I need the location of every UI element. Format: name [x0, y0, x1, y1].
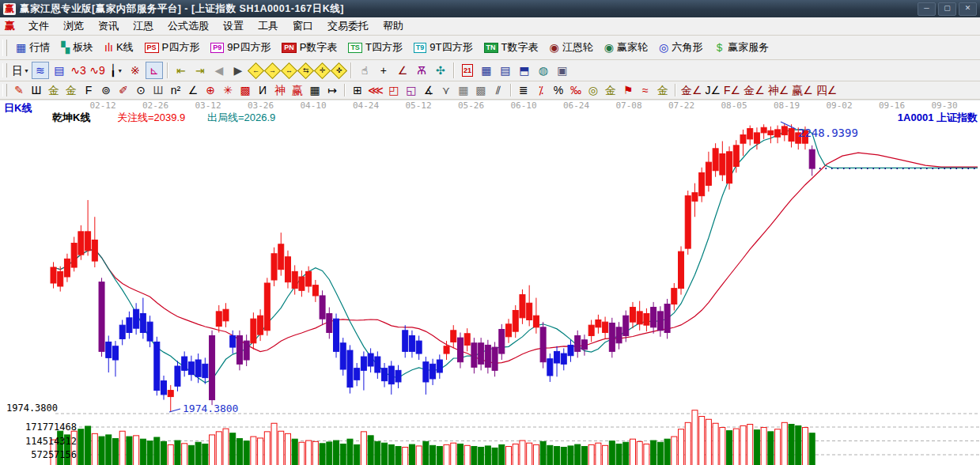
maximize-button[interactable]: ▢: [938, 2, 956, 16]
service-button[interactable]: ＄赢家服务: [708, 38, 774, 57]
p-table-button[interactable]: PNP数字表: [276, 38, 342, 57]
win-ruler-button[interactable]: 赢: [289, 83, 305, 98]
square-ruler-button[interactable]: n²: [168, 83, 184, 98]
gann-wheel-button[interactable]: ◉江恩轮: [543, 38, 598, 57]
fan-lines-button[interactable]: ⋘: [367, 83, 384, 98]
time-clock-button[interactable]: ⊙: [133, 83, 149, 98]
chart-canvas[interactable]: 2248.93991974.38001974.38001717714681145…: [0, 111, 980, 465]
scroll-left-button[interactable]: ←: [248, 62, 264, 78]
scroll-right-button[interactable]: →: [264, 62, 281, 78]
purple-fan-box-button[interactable]: ◱: [403, 83, 419, 98]
gold-circle-button[interactable]: ◎: [585, 83, 601, 98]
trend-angles-button[interactable]: ∡: [421, 83, 437, 98]
spiral-button[interactable]: ⊚: [98, 83, 114, 98]
plain-ruler-button[interactable]: Ш: [150, 83, 166, 98]
volume-histogram-button[interactable]: ⊾: [146, 62, 163, 79]
draw-brush-button[interactable]: ✎: [11, 83, 27, 98]
period-day-button[interactable]: 日▼: [11, 62, 30, 79]
gold-ruler-2-button[interactable]: 金: [63, 83, 79, 98]
shen-ruler-button[interactable]: 神: [272, 83, 288, 98]
gann-band-button[interactable]: Ѫ: [413, 62, 430, 79]
gold-level-button[interactable]: 金: [603, 83, 619, 98]
f-angle-button[interactable]: F∠: [723, 83, 741, 98]
menu-item-6[interactable]: 工具: [251, 18, 286, 33]
span-arrow-button[interactable]: ↦: [324, 83, 340, 98]
parallel-lines-button[interactable]: ⫽: [490, 83, 506, 98]
sectors-button[interactable]: ▚板块: [55, 38, 99, 57]
close-button[interactable]: ✕: [959, 2, 977, 16]
p-square-button[interactable]: PSP四方形: [139, 38, 206, 57]
red-grid-box-button[interactable]: ▩: [237, 83, 253, 98]
measure-brush-button[interactable]: ✐: [115, 83, 131, 98]
percent-line-button[interactable]: ⁒: [533, 83, 549, 98]
notes-button[interactable]: ▤: [497, 62, 514, 79]
time-ruler-button[interactable]: Ш: [28, 83, 44, 98]
hexagon-button[interactable]: ◎六角形: [653, 38, 708, 57]
gold-angle-button[interactable]: 金∠: [680, 83, 703, 98]
minimize-button[interactable]: ─: [918, 2, 936, 16]
candle-style-button[interactable]: ╽▼: [108, 62, 125, 79]
menu-item-4[interactable]: 公式选股: [161, 18, 216, 33]
gold-level-2-button[interactable]: 金: [655, 83, 671, 98]
j-angle-button[interactable]: J∠: [704, 83, 721, 98]
bars-tool-button[interactable]: ≣: [516, 83, 532, 98]
wave-overlay-button[interactable]: ≋: [32, 62, 49, 79]
zoom-out-button[interactable]: ⇆: [297, 62, 314, 78]
pattern-button[interactable]: ※: [127, 62, 144, 79]
hand-tool-button[interactable]: ☝: [356, 62, 373, 79]
calendar-button[interactable]: 21: [459, 62, 476, 79]
fan-box-button[interactable]: ◰: [386, 83, 402, 98]
save-button[interactable]: ⬒: [516, 62, 533, 79]
crosshair-tool-button[interactable]: +: [375, 62, 392, 79]
menu-item-1[interactable]: 浏览: [56, 18, 91, 33]
menu-item-8[interactable]: 交易委托: [320, 18, 376, 33]
gold-angle-2-button[interactable]: 金∠: [743, 83, 766, 98]
grid-123-button[interactable]: ▦: [307, 83, 323, 98]
jump-first-button[interactable]: ⇤: [172, 62, 190, 79]
percent-button[interactable]: %: [551, 83, 566, 98]
zoom-fit-button[interactable]: ✜: [331, 62, 347, 78]
menu-item-9[interactable]: 帮助: [376, 18, 411, 33]
menu-item-7[interactable]: 窗口: [286, 18, 320, 33]
wave-3-button[interactable]: ∿3: [70, 62, 87, 79]
winner-wheel-button[interactable]: ◉赢家轮: [599, 38, 653, 57]
jump-last-button[interactable]: ⇥: [191, 62, 209, 79]
four-angle-button[interactable]: 四∠: [815, 83, 838, 98]
grid-frame-button[interactable]: ▩: [473, 83, 489, 98]
flag-measure-button[interactable]: ⚑: [620, 83, 636, 98]
page-next-button[interactable]: ▶: [229, 62, 247, 79]
pattern-map-button[interactable]: ✣: [432, 62, 449, 79]
calculator-button[interactable]: ▦: [478, 62, 495, 79]
page-prev-button[interactable]: ◀: [210, 62, 228, 79]
menu-item-5[interactable]: 设置: [216, 18, 251, 33]
v-lines-button[interactable]: ⋎: [438, 83, 454, 98]
red-circle-cross-button[interactable]: ⊕: [202, 83, 218, 98]
k-mark-button[interactable]: И: [255, 83, 271, 98]
angle-measure-button[interactable]: ∠: [394, 62, 411, 79]
remote-pc-button[interactable]: ▣: [554, 62, 571, 79]
scroll-both-button[interactable]: ↔: [281, 62, 297, 78]
kline-button[interactable]: ılıK线: [99, 38, 139, 57]
fib-ruler-button[interactable]: F: [81, 83, 96, 98]
9p-square-button[interactable]: P99P四方形: [205, 38, 276, 57]
shen-angle-button[interactable]: 神∠: [767, 83, 790, 98]
red-star-button[interactable]: ✳: [220, 83, 236, 98]
t-table-button[interactable]: TNT数字表: [479, 38, 544, 57]
wave-gold-button[interactable]: ≈: [638, 83, 653, 98]
grid-button[interactable]: ▦: [456, 83, 471, 98]
angle-line-button[interactable]: ∠: [185, 83, 201, 98]
zoom-in-button[interactable]: ✛: [314, 62, 331, 78]
gold-ruler-button[interactable]: 金: [46, 83, 62, 98]
permille-button[interactable]: ‰: [568, 83, 584, 98]
wave-9-button[interactable]: ∿9: [89, 62, 106, 79]
box-tool-button[interactable]: ⊞: [350, 83, 365, 98]
menu-item-3[interactable]: 江恩: [126, 18, 161, 33]
info-document-button[interactable]: ▤: [51, 62, 68, 79]
9t-square-button[interactable]: T99T四方形: [408, 38, 479, 57]
win-angle-button[interactable]: 赢∠: [791, 83, 814, 98]
menu-item-2[interactable]: 资讯: [91, 18, 126, 33]
quotes-button[interactable]: ▦行情: [10, 38, 55, 57]
t-square-button[interactable]: TST四方形: [342, 38, 407, 57]
menu-item-0[interactable]: 文件: [21, 18, 56, 33]
network-button[interactable]: ◍: [535, 62, 552, 79]
